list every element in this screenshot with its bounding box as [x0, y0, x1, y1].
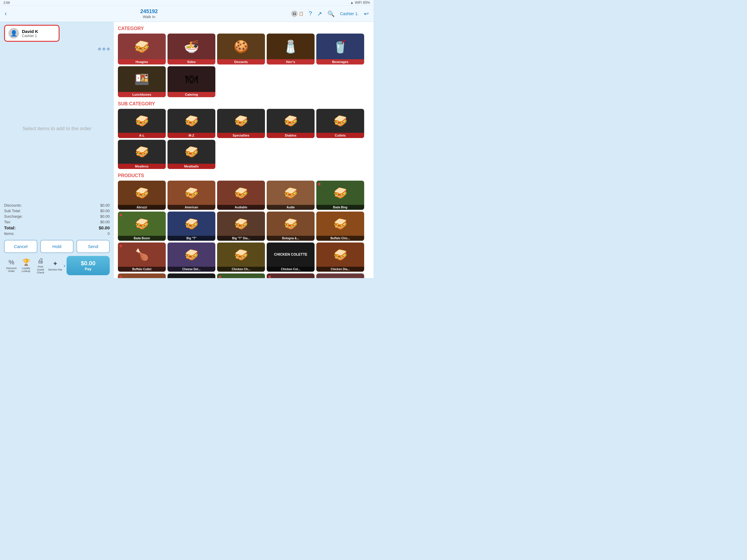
totals-section: Discounts: $0.00 Sub Total: $0.00 Surcha…	[4, 203, 110, 236]
tile-label: Diablos	[267, 133, 314, 138]
navigate-button[interactable]: ↗	[317, 10, 322, 17]
tile-item[interactable]: ✱🍗Buffalo Cutlet	[118, 243, 166, 272]
tile-item[interactable]: 🥪Big "T"	[168, 211, 215, 241]
tile-label: Buffalo Chic...	[316, 236, 364, 241]
tile-image: 🥪	[118, 140, 166, 164]
tile-item[interactable]: 🍱Lunchboxes	[118, 66, 166, 97]
tile-image: 🧂	[267, 33, 314, 59]
tile-label: Audiablo	[217, 205, 265, 210]
loyalty-lookup-button[interactable]: 🏆 LoyaltyLookup	[19, 257, 33, 274]
tile-item[interactable]: 🥪Audie	[267, 181, 314, 210]
tile-item[interactable]: 🥪Meatless	[118, 140, 166, 169]
tile-item[interactable]: 🥪Abruzzi	[118, 181, 166, 210]
tile-item[interactable]: 🥪Hoagies	[118, 33, 166, 65]
pay-label: Pay	[85, 267, 91, 271]
tile-item[interactable]: CHICKEN COLETTEChicken Col...	[267, 243, 314, 272]
tile-label: Sides	[168, 59, 215, 65]
tile-image: 🥪	[316, 109, 364, 133]
tile-item[interactable]: ✱🥪Corned Bee...	[267, 274, 314, 278]
discount-order-button[interactable]: % DiscountOrder	[4, 257, 19, 274]
star-badge: ✱	[119, 213, 123, 218]
back-button[interactable]: ‹	[5, 10, 7, 18]
tile-image: 🥪	[316, 181, 364, 205]
category-title: CATEGORY	[118, 26, 369, 31]
logout-button[interactable]: ↩	[364, 10, 369, 17]
tile-image: 🥪	[168, 243, 215, 267]
tile-image: 🥪	[168, 211, 215, 236]
tile-image: 🍽	[168, 66, 215, 92]
signal-icon: ▲	[350, 1, 354, 5]
notification-badge: 11	[291, 10, 298, 17]
tile-item[interactable]: ✱🥪Chicken Su...	[217, 274, 265, 278]
tile-label: Meatless	[118, 164, 166, 169]
pay-amount: $0.00	[81, 260, 96, 267]
tile-item[interactable]: CHICKEN SALAD SANDWICHChicken Sal...	[168, 274, 215, 278]
tile-label: Bada Bing	[316, 205, 364, 210]
tile-label: American	[168, 205, 215, 210]
tile-item[interactable]: 🥪Bologna &...	[267, 211, 314, 241]
dots-menu[interactable]	[4, 48, 110, 50]
tile-item[interactable]: ✱🥪Bada Bing	[316, 181, 364, 210]
tile-image: 🥪	[316, 243, 364, 267]
tile-item[interactable]: 🥪Specialties	[217, 109, 265, 138]
user-card[interactable]: 👤 David K Cashier 1	[4, 25, 59, 42]
tile-item[interactable]: 🥪Diablos	[267, 109, 314, 138]
send-button[interactable]: Send	[76, 240, 110, 253]
tile-image: 🥪	[267, 109, 314, 133]
help-button[interactable]: ?	[309, 10, 312, 17]
tile-image: 🥪	[217, 274, 265, 278]
tile-item[interactable]: 🥪Buffalo Chic...	[316, 211, 364, 241]
print-guest-check-button[interactable]: 🖨 PrintGuest Check	[33, 256, 48, 275]
tile-image: 🥪	[118, 181, 166, 205]
tile-item[interactable]: ✱🥪Chicken Par...	[118, 274, 166, 278]
tile-item[interactable]: 🥪Cutlets	[316, 109, 364, 138]
service-fee-button[interactable]: ✦ Service Fee	[48, 259, 62, 272]
tile-label: Buffalo Cutlet	[118, 267, 166, 272]
status-bar: 2:59 ▲ WiFi 85%	[0, 0, 374, 5]
main-layout: 👤 David K Cashier 1 Select items to add …	[0, 22, 374, 278]
tile-item[interactable]: 🥪Chicken Dia...	[316, 243, 364, 272]
tile-item[interactable]: 🥪Big "T" Dia...	[217, 211, 265, 241]
tile-item[interactable]: 🍽Catering	[168, 66, 215, 97]
tile-image: 🥪	[217, 211, 265, 236]
tile-item[interactable]: 🥪Chicken Ch...	[217, 243, 265, 272]
right-panel: CATEGORY 🥪Hoagies🍜Sides🍪Desserts🧂Herr's🥤…	[114, 22, 374, 278]
tile-item[interactable]: ✱🥪Bada Boom	[118, 211, 166, 241]
tile-image: 🥪	[217, 181, 265, 205]
tile-label: Chicken Col...	[267, 267, 314, 272]
tile-label: Big "T" Dia...	[217, 236, 265, 241]
tile-item[interactable]: 🍜Sides	[168, 33, 215, 65]
dot-1	[98, 48, 101, 50]
wifi-icon: WiFi	[355, 1, 362, 5]
tile-image: 🥪	[118, 274, 166, 278]
tile-item[interactable]: 🥪Cheese Del...	[168, 243, 215, 272]
star-badge: ✱	[268, 275, 272, 278]
tile-item[interactable]: 🥪Meatballs	[168, 140, 215, 169]
total-row: Total: $0.00	[4, 225, 110, 231]
tile-label: Desserts	[217, 59, 265, 65]
tile-item[interactable]: 🥪M-Z	[168, 109, 215, 138]
hold-button[interactable]: Hold	[40, 240, 74, 253]
order-type: Walk In	[143, 15, 155, 19]
tile-item[interactable]: 🧂Herr's	[267, 33, 314, 65]
expand-icon[interactable]: ›	[63, 263, 66, 269]
tile-item[interactable]: 🥪A-L	[118, 109, 166, 138]
tile-item[interactable]: 🥪American	[168, 181, 215, 210]
pay-button[interactable]: $0.00 Pay	[67, 256, 110, 275]
items-row: Items: 0	[4, 231, 110, 236]
tile-label: Chicken Dia...	[316, 267, 364, 272]
tile-item[interactable]: 🥤Beverages	[316, 33, 364, 65]
tile-label: Herr's	[267, 59, 314, 65]
tile-item[interactable]: 🥪Audiablo	[217, 181, 265, 210]
tile-image: CHICKEN COLETTE	[267, 243, 314, 267]
tile-label: Chicken Ch...	[217, 267, 265, 272]
notifications-button[interactable]: 11 📋	[291, 10, 304, 17]
tile-label: Bada Boom	[118, 236, 166, 241]
battery-status: 85%	[363, 1, 370, 5]
tile-image: 🥪	[118, 33, 166, 59]
tile-item[interactable]: 🥪Corned Bee...	[316, 274, 364, 278]
cancel-button[interactable]: Cancel	[4, 240, 37, 253]
search-button[interactable]: 🔍	[327, 10, 335, 17]
tile-item[interactable]: 🍪Desserts	[217, 33, 265, 65]
star-badge: ✱	[119, 244, 123, 248]
